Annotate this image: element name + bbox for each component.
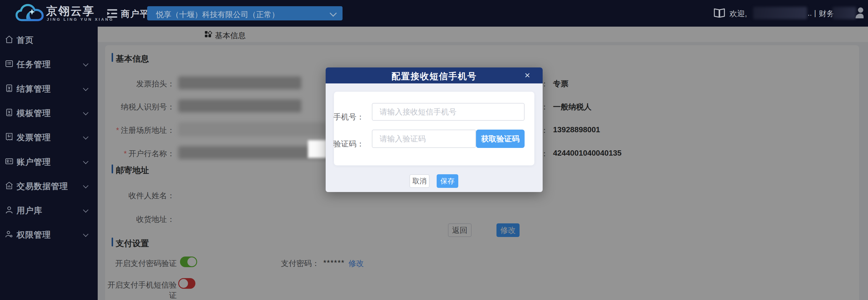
sidebar-item-invoice[interactable]: 发票管理: [0, 128, 98, 145]
phone-field-label: 手机号：: [331, 112, 364, 122]
logo-cloud-icon: [16, 4, 44, 23]
chevron-down-icon: [83, 231, 88, 237]
modal-header: 配置接收短信手机号 ×: [326, 67, 542, 84]
chevron-down-icon: [83, 183, 88, 188]
sidebar-item-account[interactable]: 账户管理: [0, 153, 98, 169]
sidebar-collapse-icon[interactable]: [106, 8, 118, 19]
save-button[interactable]: 保存: [437, 174, 458, 188]
phone-input[interactable]: [372, 103, 525, 121]
get-code-button[interactable]: 获取验证码: [476, 130, 525, 148]
tasks-icon: [5, 59, 13, 68]
redaction-patch: [308, 140, 327, 158]
company-selector[interactable]: 悦享（十堰）科技有限公司（正常）: [147, 6, 343, 21]
cancel-button[interactable]: 取消: [409, 174, 430, 188]
role-label: 财务: [819, 8, 834, 19]
brand-name-en: JING LING YUN XIANG: [47, 17, 114, 22]
company-selector-label: 悦享（十堰）科技有限公司（正常）: [156, 9, 279, 20]
sidebar-item-transaction-data[interactable]: 交易数据管理: [0, 177, 98, 194]
modal-title: 配置接收短信手机号: [326, 70, 542, 82]
app-window: 京翎云享 JING LING YUN XIANG 商户平台 悦享（十堰）科技有限…: [0, 0, 868, 300]
users-icon: [5, 205, 13, 214]
permission-icon: [5, 230, 13, 238]
welcome-text: 欢迎,: [730, 8, 747, 19]
chevron-down-icon: [83, 86, 88, 91]
sidebar-item-permission[interactable]: 权限管理: [0, 226, 98, 242]
account-icon: [5, 157, 13, 166]
sidebar-nav: 首页 任务管理 结算管理 模板管理 发票管理: [0, 27, 98, 300]
sidebar-item-template[interactable]: 模板管理: [0, 104, 98, 121]
redacted-role-name: [833, 7, 856, 19]
sidebar-item-home[interactable]: 首页: [0, 31, 98, 47]
avatar-icon[interactable]: [855, 6, 864, 20]
chevron-down-icon: [83, 134, 88, 139]
invoice-icon: [5, 132, 13, 141]
sidebar-item-users[interactable]: 用户库: [0, 201, 98, 218]
chevron-down-icon: [83, 159, 88, 164]
home-icon: [5, 35, 13, 44]
chevron-down-icon: [83, 207, 88, 212]
transaction-icon: [5, 181, 13, 190]
sidebar-item-tasks[interactable]: 任务管理: [0, 55, 98, 72]
settlement-icon: [5, 84, 13, 93]
welcome-suffix: ..: [808, 8, 812, 18]
sms-config-modal: 配置接收短信手机号 × 手机号： 验证码： 获取验证码 取消 保存: [326, 67, 542, 192]
verification-code-input[interactable]: [372, 130, 476, 148]
code-field-label: 验证码：: [331, 139, 364, 149]
chevron-down-icon: [83, 110, 88, 115]
redacted-username: [753, 7, 807, 19]
chevron-down-icon: [83, 61, 88, 66]
template-icon: [5, 108, 13, 117]
sidebar-item-settlement[interactable]: 结算管理: [0, 80, 98, 96]
top-header: 京翎云享 JING LING YUN XIANG 商户平台 悦享（十堰）科技有限…: [0, 0, 868, 27]
brand-name-cn: 京翎云享: [46, 4, 95, 19]
close-icon[interactable]: ×: [525, 70, 530, 80]
header-divider: |: [814, 8, 816, 18]
open-book-icon[interactable]: [713, 8, 725, 18]
